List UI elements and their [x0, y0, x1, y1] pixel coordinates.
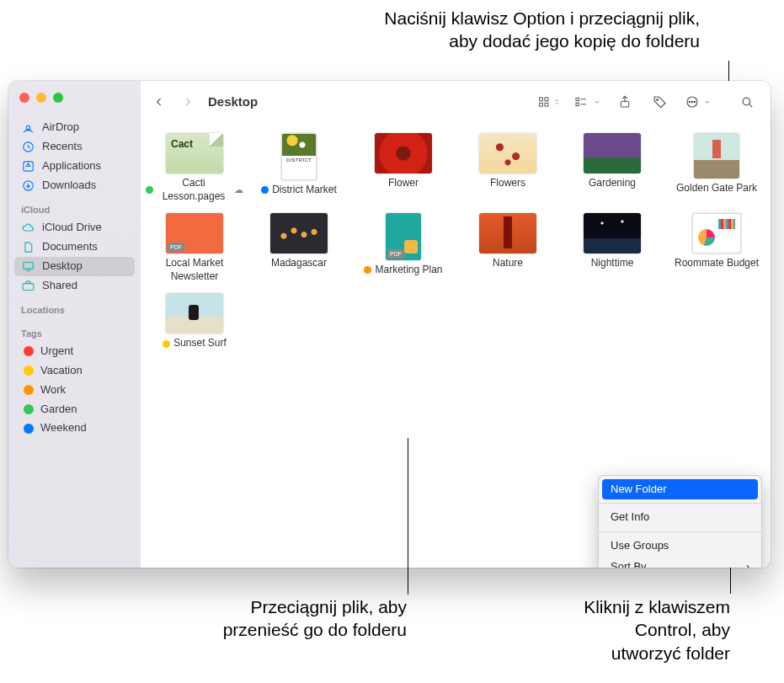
file-item[interactable]: Nature	[457, 211, 558, 285]
close-button[interactable]	[19, 93, 29, 103]
sidebar-tag-label: Garden	[40, 403, 77, 417]
sidebar-heading-icloud: iCloud	[8, 195, 141, 218]
minimize-button[interactable]	[36, 93, 46, 103]
callout-bottom-right: Kliknij z klawiszem Control, aby utworzy…	[520, 595, 730, 664]
chevron-down-icon	[593, 95, 601, 109]
view-icons-button[interactable]	[537, 91, 561, 113]
file-item[interactable]: Madagascar	[248, 211, 349, 285]
menu-separator	[599, 531, 761, 532]
sidebar-item-icloud-drive[interactable]: iCloud Drive	[8, 218, 141, 237]
sidebar-item-documents[interactable]: Documents	[8, 237, 141, 257]
svg-point-17	[694, 101, 696, 103]
menu-new-folder[interactable]: New Folder	[602, 479, 758, 500]
sidebar-item-airdrop[interactable]: AirDrop	[8, 118, 141, 137]
forward-button[interactable]	[176, 91, 200, 113]
menu-sort-by[interactable]: Sort By›	[599, 557, 761, 568]
file-item[interactable]: Golden Gate Park	[666, 131, 767, 205]
sidebar-tag-work[interactable]: Work	[8, 381, 141, 400]
chevron-down-icon	[703, 95, 712, 109]
file-item[interactable]: Cacti Lesson.pages ☁︎	[144, 131, 245, 205]
svg-rect-9	[545, 103, 548, 106]
sidebar-tag-label: Weekend	[40, 421, 87, 435]
sidebar-item-label: Desktop	[42, 259, 83, 274]
file-name: Roommate Budget	[675, 257, 759, 270]
chevron-updown-icon	[553, 95, 561, 109]
svg-point-16	[691, 101, 693, 103]
file-thumbnail	[166, 133, 223, 173]
svg-rect-7	[545, 98, 548, 101]
file-name: Golden Gate Park	[676, 182, 757, 195]
file-tag-dot	[364, 266, 371, 274]
file-name: Nature	[493, 257, 523, 270]
sidebar-item-label: Downloads	[42, 179, 96, 193]
sidebar-tag-urgent[interactable]: Urgent	[8, 342, 141, 361]
tag-dot-icon	[24, 404, 34, 414]
back-button[interactable]	[147, 91, 171, 113]
svg-point-0	[26, 125, 29, 129]
svg-rect-5	[23, 284, 34, 291]
sidebar-item-applications[interactable]: Applications	[8, 157, 141, 176]
sidebar-item-label: Documents	[42, 240, 98, 254]
file-item[interactable]: District Market	[248, 131, 349, 205]
file-name: Madagascar	[271, 257, 327, 270]
sidebar-tag-garden[interactable]: Garden	[8, 400, 141, 419]
cloud-icon	[21, 221, 35, 235]
file-item[interactable]: Flowers	[457, 131, 558, 205]
menu-get-info[interactable]: Get Info	[599, 507, 761, 528]
share-button[interactable]	[613, 91, 637, 113]
desktop-icon	[21, 259, 35, 274]
sidebar-item-label: AirDrop	[42, 120, 79, 135]
file-name: Flower	[388, 177, 419, 190]
sidebar-tag-vacation[interactable]: Vacation	[8, 361, 141, 381]
sidebar-tag-label: Vacation	[40, 364, 83, 378]
shared-icon	[21, 279, 35, 293]
file-item[interactable]: Roommate Budget	[666, 211, 767, 285]
cloud-status-icon: ☁︎	[234, 184, 243, 195]
file-item[interactable]: PDFLocal Market Newsletter	[144, 211, 245, 285]
search-button[interactable]	[735, 91, 759, 113]
file-thumbnail	[584, 213, 641, 253]
file-area[interactable]: Cacti Lesson.pages ☁︎District MarketFlow…	[141, 123, 771, 568]
sidebar-heading-locations: Locations	[8, 296, 141, 318]
sidebar-item-desktop[interactable]: Desktop	[14, 257, 135, 276]
context-menu: New Folder Get Info Use Groups Sort By› …	[598, 475, 762, 568]
sidebar-item-label: Applications	[42, 159, 101, 173]
window-title: Desktop	[208, 93, 258, 110]
sidebar-item-label: Shared	[42, 279, 77, 293]
file-name: Gardening	[589, 177, 636, 190]
sidebar: AirDrop Recents Applications Downloads i…	[8, 81, 141, 568]
main-pane: Desktop Cacti L	[141, 81, 771, 568]
zoom-button[interactable]	[53, 93, 63, 103]
file-thumbnail	[584, 133, 641, 173]
tags-button[interactable]	[648, 91, 672, 113]
window-controls	[8, 90, 141, 118]
file-item[interactable]: Gardening	[562, 131, 663, 205]
file-thumbnail	[270, 213, 328, 253]
menu-separator	[599, 503, 761, 504]
file-thumbnail	[166, 293, 223, 333]
file-name: District Market	[261, 184, 337, 197]
chevron-right-icon: ›	[746, 560, 749, 568]
sidebar-heading-tags: Tags	[8, 319, 141, 342]
tag-dot-icon	[24, 385, 34, 395]
sidebar-item-shared[interactable]: Shared	[8, 276, 141, 296]
sidebar-item-recents[interactable]: Recents	[8, 137, 141, 157]
group-button[interactable]	[573, 91, 601, 113]
svg-point-13	[657, 99, 659, 100]
sidebar-item-downloads[interactable]: Downloads	[8, 176, 141, 195]
tag-dot-icon	[24, 346, 34, 356]
file-item[interactable]: PDFMarketing Plan	[353, 211, 454, 285]
airdrop-icon	[21, 120, 35, 135]
file-name: Nighttime	[591, 257, 634, 270]
menu-use-groups[interactable]: Use Groups	[599, 536, 761, 557]
file-thumbnail	[694, 133, 739, 179]
file-thumbnail: PDF	[166, 213, 223, 253]
file-item[interactable]: Sunset Surf	[144, 291, 245, 352]
svg-rect-4	[24, 263, 33, 269]
sidebar-item-label: Recents	[42, 140, 83, 154]
file-item[interactable]: Flower	[353, 131, 454, 205]
file-item[interactable]: Nighttime	[562, 211, 663, 285]
sidebar-item-label: iCloud Drive	[42, 221, 102, 235]
sidebar-tag-weekend[interactable]: Weekend	[8, 419, 141, 438]
more-button[interactable]	[684, 91, 712, 113]
